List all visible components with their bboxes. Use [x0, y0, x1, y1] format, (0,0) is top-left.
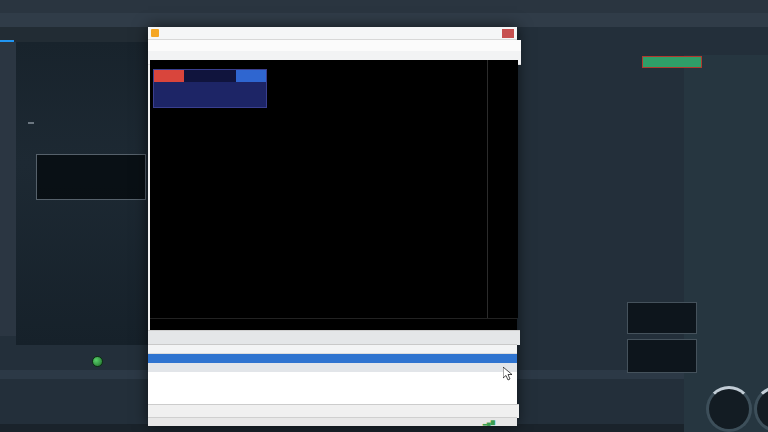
mt5-window: ▂▄▆: [148, 27, 517, 425]
minimize-button[interactable]: [472, 29, 484, 38]
data-tooltip: [36, 154, 146, 200]
market-vol-panel: [627, 302, 697, 334]
connection-bars-icon: ▂▄▆: [483, 419, 495, 425]
tab-gc24[interactable]: [0, 26, 14, 42]
trend-logo: [92, 356, 103, 367]
left-tool-strip: [0, 42, 16, 336]
app-tab-row: [0, 27, 148, 42]
one-click-trade-widget: [153, 69, 267, 108]
volume-ratio-badge: [642, 56, 702, 68]
app-menubar: [0, 0, 768, 13]
mt5-logo-icon: [151, 29, 159, 37]
mt5-titlebar[interactable]: [148, 27, 517, 40]
mt5-statusbar: ▂▄▆: [148, 417, 517, 426]
chart-tab-bar: [148, 330, 520, 345]
price-ladder: [684, 55, 768, 432]
volume-input[interactable]: [184, 70, 236, 82]
sell-price[interactable]: [154, 82, 210, 106]
order-book-panel: [684, 12, 768, 38]
close-button[interactable]: [502, 29, 514, 38]
trade-table-header[interactable]: [148, 345, 517, 354]
balance-row: [148, 363, 517, 372]
buy-button[interactable]: [236, 70, 266, 82]
diff-gauge[interactable]: [706, 386, 752, 432]
mt5-bottom-tabs: [148, 404, 519, 418]
trade-panel: [148, 344, 517, 405]
app-toolbar: [0, 13, 768, 27]
open-position-row[interactable]: [148, 354, 517, 363]
buy-price[interactable]: [210, 82, 266, 106]
trend-chart: [0, 345, 148, 432]
sell-button[interactable]: [154, 70, 184, 82]
price-axis[interactable]: [487, 60, 518, 318]
screen: ▂▄▆: [0, 0, 768, 432]
time-band-left: [0, 370, 148, 379]
restore-button[interactable]: [487, 29, 499, 38]
ratio-badge: [28, 122, 34, 124]
candlestick-plot: [150, 87, 487, 345]
avg-liquidity-panel: [627, 339, 697, 373]
mt5-chart[interactable]: [150, 60, 517, 330]
